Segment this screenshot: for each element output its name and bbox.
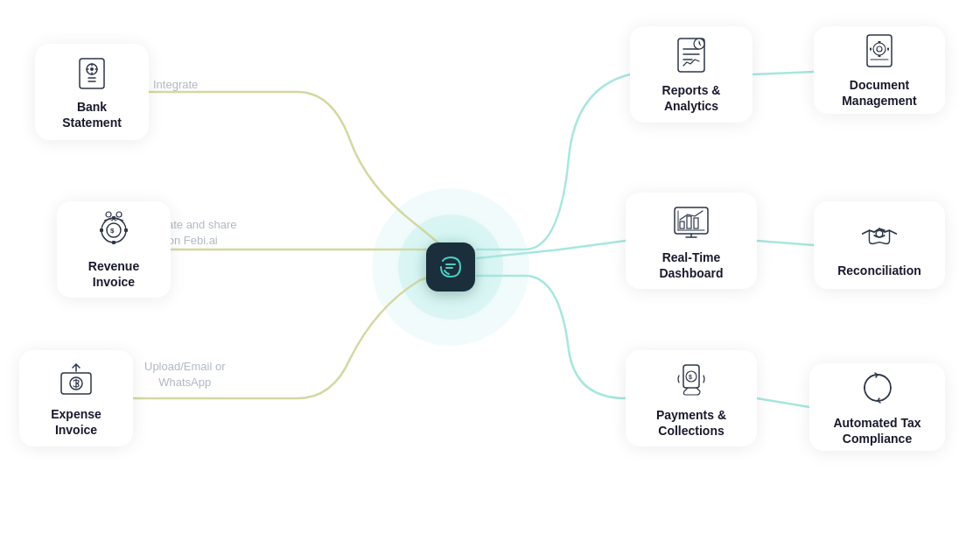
svg-rect-30 — [870, 47, 872, 50]
svg-rect-7 — [112, 216, 116, 220]
svg-rect-28 — [878, 41, 881, 43]
febi-logo — [426, 242, 475, 292]
document-icon-svg — [860, 32, 899, 70]
svg-rect-8 — [112, 241, 116, 244]
payments-icon: $ — [669, 358, 713, 400]
svg-rect-31 — [887, 47, 889, 50]
svg-rect-21 — [694, 218, 698, 228]
svg-point-27 — [877, 46, 882, 52]
reports-analytics-icon — [669, 35, 713, 75]
payments-collections-label: Payments & Collections — [656, 407, 726, 439]
card-revenue-invoice: $ Revenue Invoice — [57, 201, 171, 298]
card-expense-invoice: Expense Invoice — [19, 350, 133, 446]
svg-rect-29 — [878, 55, 881, 57]
payments-icon-svg: $ — [670, 358, 712, 400]
reports-analytics-label: Reports & Analytics — [662, 82, 721, 114]
dashboard-icon — [669, 200, 713, 242]
svg-rect-19 — [680, 221, 684, 228]
card-bank-statement: Bank Statement — [35, 44, 149, 140]
card-reports-analytics: Reports & Analytics — [630, 26, 752, 123]
document-management-icon — [858, 32, 901, 70]
bank-statement-label: Bank Statement — [62, 99, 122, 130]
dashboard-icon-svg — [670, 200, 712, 242]
svg-point-12 — [116, 212, 122, 217]
card-automated-tax-compliance: Automated Tax Compliance — [809, 363, 945, 451]
svg-text:$: $ — [110, 227, 115, 235]
bank-statement-icon — [70, 53, 114, 92]
svg-rect-9 — [100, 228, 103, 232]
expense-invoice-label: Expense Invoice — [51, 406, 102, 438]
card-document-management: Document Management — [814, 26, 945, 114]
revenue-invoice-icon: $ — [92, 209, 136, 251]
svg-rect-10 — [124, 228, 128, 232]
revenue-invoice-label: Revenue Invoice — [88, 258, 139, 290]
tax-compliance-icon — [856, 368, 900, 408]
reconciliation-icon — [858, 212, 901, 256]
card-real-time-dashboard: Real-Time Dashboard — [626, 193, 757, 289]
document-management-label: Document Management — [842, 77, 917, 109]
febi-icon — [438, 254, 464, 280]
bank-icon-svg — [73, 53, 111, 92]
tax-compliance-label: Automated Tax Compliance — [833, 415, 920, 446]
integrate-label: Integrate — [153, 77, 198, 93]
svg-text:$: $ — [689, 374, 692, 381]
svg-point-32 — [876, 230, 883, 237]
expense-icon-svg — [56, 359, 96, 399]
reconciliation-icon-svg — [858, 211, 901, 256]
expense-invoice-icon — [54, 359, 98, 399]
tax-icon-svg — [858, 368, 898, 408]
svg-rect-25 — [867, 35, 892, 67]
card-payments-collections: $ Payments & Collections — [626, 350, 757, 446]
card-reconciliation: Reconciliation — [814, 201, 945, 289]
reconciliation-label: Reconciliation — [837, 263, 921, 278]
reports-icon-svg — [671, 35, 711, 75]
svg-point-11 — [106, 212, 111, 217]
main-canvas: Bank Statement $ — [0, 0, 980, 534]
svg-point-4 — [90, 67, 94, 71]
revenue-icon-svg: $ — [93, 209, 135, 251]
upload-label: Upload/Email or WhatsApp — [144, 359, 226, 390]
svg-rect-20 — [687, 216, 691, 228]
dashboard-label: Real-Time Dashboard — [659, 249, 723, 281]
svg-point-26 — [873, 43, 886, 55]
center-node — [416, 232, 486, 302]
